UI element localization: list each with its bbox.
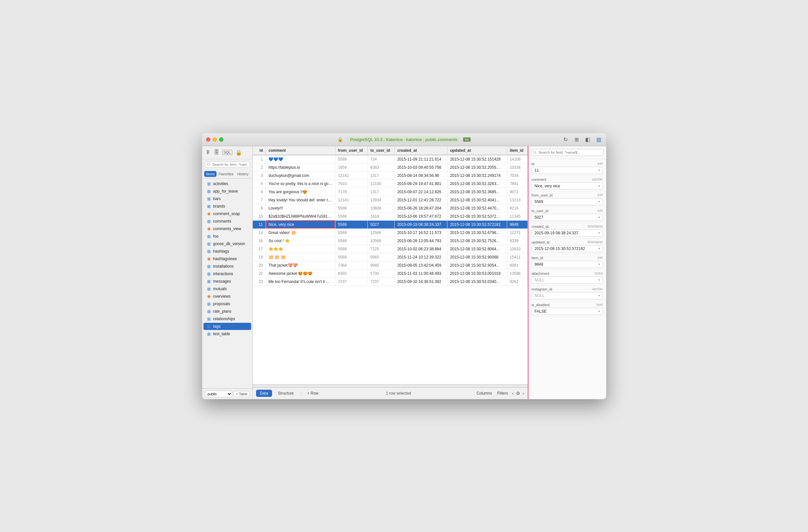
- table-cell[interactable]: 2015-12-08 15:30:53.001019: [447, 269, 507, 278]
- table-cell[interactable]: 11: [253, 220, 266, 228]
- table-cell[interactable]: 12141: [335, 171, 367, 179]
- table-cell[interactable]: 7237: [367, 278, 394, 286]
- field-value-container[interactable]: Nice, very nice ▾: [532, 183, 603, 190]
- table-cell[interactable]: That jacket💝💝: [266, 261, 335, 269]
- table-cell[interactable]: 2015-12-08 15:30:53.0340...: [447, 278, 507, 286]
- table-cell[interactable]: 2015-12-08 15:30:52.90068: [447, 253, 507, 261]
- field-value-container[interactable]: 2015-12-08 15:30:52.572182 ▾: [532, 245, 603, 252]
- close-button[interactable]: [206, 137, 210, 141]
- table-cell[interactable]: 5730: [367, 269, 394, 278]
- table-cell[interactable]: 10806: [367, 204, 394, 212]
- table-cell[interactable]: duchuykun@gmail.com: [266, 171, 335, 179]
- maximize-button[interactable]: [219, 137, 223, 141]
- table-cell[interactable]: Great video! 💥: [266, 228, 335, 236]
- table-cell[interactable]: 💙💙💙: [266, 155, 335, 164]
- table-cell[interactable]: 2015-08-05 13:42:04.459: [394, 261, 447, 269]
- table-cell[interactable]: 2015-12-01 12:41:28.722: [394, 196, 447, 204]
- table-cell[interactable]: 14108: [507, 155, 528, 164]
- table-cell[interactable]: 2015-08-26 18:28:47.204: [394, 204, 447, 212]
- table-cell[interactable]: 5: [253, 179, 266, 188]
- table-cell[interactable]: 2015-08-29 19:47:41.801: [394, 179, 447, 188]
- table-row[interactable]: 14Great video! 💥5569125662015-10-17 16:5…: [253, 228, 528, 236]
- table-cell[interactable]: 12566: [367, 228, 394, 236]
- col-header-to-user-id[interactable]: to_user_id: [367, 146, 394, 155]
- table-row[interactable]: 1💙💙💙55697242015-11-09 21:11:21.6142015-1…: [253, 155, 528, 164]
- table-cell[interactable]: You are gorgeous !!😍: [266, 188, 335, 196]
- sidebar-search-input[interactable]: [205, 161, 250, 168]
- sidebar-item-hashtagviews[interactable]: ◉hashtagviews: [203, 255, 251, 262]
- table-cell[interactable]: 2015-12-08 15:30:52.3263...: [447, 179, 507, 188]
- table-cell[interactable]: Awesome jacket 😍😍😍: [266, 269, 335, 278]
- table-cell[interactable]: 7910: [335, 179, 367, 188]
- data-table-container[interactable]: id comment from_user_id to_user_id creat…: [253, 146, 528, 384]
- table-cell[interactable]: 2015-12-08 15:30:52.9354...: [447, 261, 507, 269]
- sidebar-item-app_for_leave[interactable]: ▦app_for_leave: [203, 188, 251, 195]
- table-row[interactable]: 8Lovely!!!5569108062015-08-26 18:28:47.2…: [253, 204, 528, 212]
- table-cell[interactable]: 9071: [507, 188, 528, 196]
- sidebar-item-mutuals[interactable]: ▦mutuals: [203, 285, 251, 292]
- sidebar-item-comment_snap[interactable]: ◉comment_snap: [203, 210, 251, 217]
- table-cell[interactable]: 2015-10-06 19:57:47.672: [394, 212, 447, 220]
- table-cell[interactable]: You're so pretty, this is a nice ni gorg…: [266, 179, 335, 188]
- table-cell[interactable]: 20: [253, 261, 266, 269]
- table-cell[interactable]: 2015-10-03 09:40:55.756: [394, 163, 447, 171]
- table-cell[interactable]: 13213: [507, 196, 528, 204]
- table-row[interactable]: 20That jacket💝💝736499402015-08-05 13:42:…: [253, 261, 528, 269]
- lock-icon[interactable]: 🔒: [236, 150, 242, 156]
- table-cell[interactable]: Nice, very nice: [266, 220, 335, 228]
- table-row[interactable]: 22Awesome jacket 😍😍😍830357302015-11-03 1…: [253, 269, 528, 278]
- table-cell[interactable]: 10338: [507, 163, 528, 171]
- field-value-container[interactable]: 5569 ▾: [532, 198, 603, 205]
- table-cell[interactable]: 10933: [507, 245, 528, 253]
- add-row-button[interactable]: + Row: [304, 390, 322, 397]
- table-cell[interactable]: 5569: [335, 204, 367, 212]
- sidebar-item-rate_plans[interactable]: ▦rate_plans: [203, 308, 251, 315]
- table-cell[interactable]: 2015-12-08 15:30:52.8064...: [447, 245, 507, 253]
- add-table-button[interactable]: + Table: [234, 391, 250, 397]
- table-cell[interactable]: 2015-12-08 15:30:52.5372...: [447, 212, 507, 220]
- sidebar-tab-history[interactable]: History: [236, 171, 251, 177]
- col-header-from-user-id[interactable]: from_user_id: [335, 146, 367, 155]
- table-cell[interactable]: 1317: [367, 188, 394, 196]
- table-cell[interactable]: 12934: [367, 196, 394, 204]
- sidebar-tab-favorites[interactable]: Favorites: [217, 171, 235, 177]
- table-cell[interactable]: 7364: [335, 261, 367, 269]
- table-cell[interactable]: 724: [367, 155, 394, 164]
- table-cell[interactable]: 17: [253, 245, 266, 253]
- table-cell[interactable]: 2015-09-07 22:14:12.826: [394, 188, 447, 196]
- sidebar-item-goose_db_version[interactable]: ▦goose_db_version: [203, 240, 251, 247]
- field-value-container[interactable]: FALSE ▾: [532, 308, 603, 315]
- table-cell[interactable]: 5569: [335, 220, 367, 228]
- field-value-container[interactable]: NULL ▾: [532, 292, 603, 299]
- table-cell[interactable]: 💥 💥 💥: [266, 253, 335, 261]
- table-cell[interactable]: 2015-09-10 16:36:51.392: [394, 278, 447, 286]
- columns-button[interactable]: Columns: [475, 391, 493, 396]
- table-cell[interactable]: 7225: [367, 245, 394, 253]
- table-cell[interactable]: 9940: [367, 261, 394, 269]
- sidebar-item-proposals[interactable]: ▦proposals: [203, 300, 251, 307]
- table-cell[interactable]: 2015-08-14 09:34:56.96: [394, 171, 447, 179]
- table-cell[interactable]: 5569: [335, 228, 367, 236]
- table-cell[interactable]: 5569: [335, 236, 367, 245]
- sidebar-item-interactions[interactable]: ▦interactions: [203, 270, 251, 278]
- table-cell[interactable]: 5665: [367, 253, 394, 261]
- table-cell[interactable]: 8383: [367, 163, 394, 171]
- table-cell[interactable]: 1618: [367, 212, 394, 220]
- table-cell[interactable]: 15411: [507, 253, 528, 261]
- sql-icon[interactable]: SQL: [222, 150, 232, 155]
- table-row[interactable]: 2https://tableplus.io165483832015-10-03 …: [253, 163, 528, 171]
- field-value-container[interactable]: NULL ▾: [532, 277, 603, 284]
- panel-right-icon[interactable]: ▨: [596, 136, 602, 142]
- table-cell[interactable]: 5027: [367, 220, 394, 228]
- table-cell[interactable]: 11345: [507, 212, 528, 220]
- table-cell[interactable]: 2015-08-28 13:05:44.793: [394, 236, 447, 245]
- schema-select[interactable]: public: [205, 391, 232, 397]
- table-cell[interactable]: https://tableplus.io: [266, 163, 335, 171]
- table-cell[interactable]: 5569: [335, 253, 367, 261]
- sidebar-item-foo[interactable]: ▦foo: [203, 233, 251, 240]
- table-cell[interactable]: 2015-12-08 15:30:52.4470...: [447, 204, 507, 212]
- sidebar-item-relationships[interactable]: ▦relationships: [203, 315, 251, 322]
- filters-button[interactable]: Filters: [496, 391, 509, 396]
- table-cell[interactable]: Hey lovely! You should def. enter the Ch…: [266, 196, 335, 204]
- table-cell[interactable]: 12141: [335, 196, 367, 204]
